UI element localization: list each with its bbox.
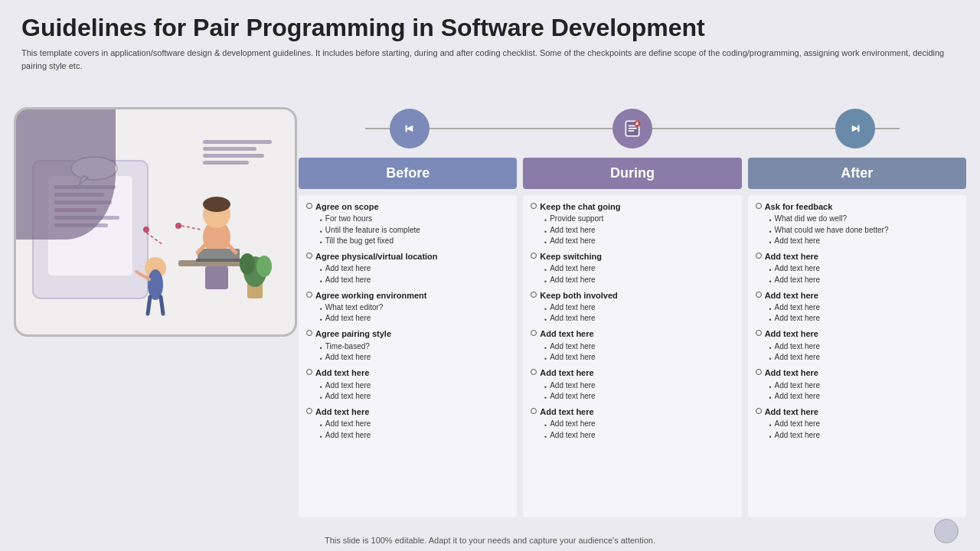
after-section-title-2: Add text here (756, 290, 959, 302)
list-item: ▪Add text here (769, 380, 959, 391)
svg-rect-42 (635, 123, 638, 125)
bullet-circle (306, 330, 312, 336)
after-section-2: Add text here ▪Add text here ▪Add text h… (756, 290, 959, 324)
bullet-circle (531, 369, 537, 375)
column-after: After Ask for feedback ▪What did we do w… (748, 158, 966, 517)
bullet-circle (531, 203, 537, 209)
column-before: Before Agree on scope ▪For two hours ▪Un… (299, 158, 517, 517)
list-item: ▪Add text here (769, 352, 959, 363)
svg-point-28 (143, 227, 149, 233)
svg-point-12 (203, 197, 230, 212)
svg-rect-34 (406, 125, 407, 132)
col-content-after: Ask for feedback ▪What did we do well? ▪… (748, 195, 966, 517)
before-section-0: Agree on scope ▪For two hours ▪Until the… (306, 201, 509, 246)
list-item: ▪Add text here (769, 341, 959, 352)
after-section-3: Add text here ▪Add text here ▪Add text h… (756, 328, 959, 363)
bullet-circle (306, 292, 312, 298)
list-item: ▪Add text here (544, 275, 733, 285)
svg-rect-15 (196, 259, 242, 262)
list-item: ▪Add text here (320, 430, 509, 441)
icon-during-wrap (612, 109, 652, 148)
during-icon-svg (622, 119, 642, 139)
bullet-circle (756, 369, 762, 375)
list-item: ▪Add text here (769, 302, 959, 313)
before-section-1: Agree physical/virtual location ▪Add tex… (306, 251, 509, 285)
page-title: Guidelines for Pair Programming in Softw… (21, 14, 959, 42)
during-section-2: Keep both involved ▪Add text here ▪Add t… (531, 290, 733, 324)
list-item: ▪Add text here (320, 275, 509, 285)
after-section-4: Add text here ▪Add text here ▪Add text h… (756, 367, 959, 402)
list-item: ▪Until the feature is complete (320, 225, 509, 236)
list-item: ▪Add text here (544, 419, 733, 429)
during-section-5: Add text here ▪Add text here ▪Add text h… (531, 406, 733, 441)
before-section-title-1: Agree physical/virtual location (306, 251, 509, 262)
during-section-3: Add text here ▪Add text here ▪Add text h… (531, 328, 733, 363)
list-item: ▪Add text here (769, 263, 959, 274)
bullet-circle (531, 330, 537, 336)
during-section-title-5: Add text here (531, 406, 733, 418)
col-content-before: Agree on scope ▪For two hours ▪Until the… (299, 195, 517, 517)
svg-point-26 (240, 253, 255, 275)
after-section-title-3: Add text here (756, 328, 959, 340)
slide: Guidelines for Pair Programming in Softw… (0, 0, 980, 551)
icon-after (835, 109, 875, 148)
after-section-title-1: Add text here (756, 251, 959, 262)
svg-rect-38 (629, 127, 637, 129)
before-icon-svg (400, 119, 420, 139)
bullet-circle (756, 408, 762, 414)
before-section-title-5: Add text here (306, 406, 509, 418)
list-item: ▪Add text here (769, 391, 959, 402)
before-section-5: Add text here ▪Add text here ▪Add text h… (306, 406, 509, 441)
before-subitems-0: ▪For two hours ▪Until the feature is com… (306, 214, 509, 246)
during-section-1: Keep switching ▪Add text here ▪Add text … (531, 251, 733, 285)
svg-line-22 (161, 297, 163, 314)
list-item: ▪What text editor? (320, 302, 509, 313)
list-item: ▪Add text here (769, 313, 959, 324)
bullet-circle (756, 253, 762, 259)
list-item: ▪For two hours (320, 214, 509, 224)
during-section-0: Keep the chat going ▪Provide support ▪Ad… (531, 201, 733, 246)
svg-point-27 (256, 256, 272, 277)
illustration-panel (14, 107, 297, 337)
bullet-circle (531, 408, 537, 414)
list-item: ▪Add text here (769, 275, 959, 285)
bullet-circle (756, 292, 762, 298)
after-section-title-5: Add text here (756, 406, 959, 418)
list-item: ▪Till the bug get fixed (320, 236, 509, 246)
list-item: ▪Add text here (544, 352, 733, 363)
bullet-circle (531, 253, 537, 259)
after-section-5: Add text here ▪Add text here ▪Add text h… (756, 406, 959, 441)
col-content-during: Keep the chat going ▪Provide support ▪Ad… (523, 195, 741, 517)
icon-during (612, 109, 652, 148)
bullet-circle (306, 253, 312, 259)
during-section-title-2: Keep both involved (531, 290, 733, 302)
svg-rect-45 (858, 125, 859, 132)
before-section-3: Agree pairing style ▪Time-based? ▪Add te… (306, 328, 509, 363)
list-item: ▪Add text here (320, 263, 509, 274)
during-section-title-1: Keep switching (531, 251, 733, 262)
svg-line-21 (148, 297, 150, 314)
before-section-4: Add text here ▪Add text here ▪Add text h… (306, 367, 509, 402)
icon-before (390, 109, 430, 148)
bottom-badge (934, 519, 959, 543)
before-section-title-3: Agree pairing style (306, 328, 509, 340)
list-item: ▪Time-based? (320, 341, 509, 352)
bullet-circle (756, 330, 762, 336)
col-header-during: During (523, 158, 741, 189)
list-item: ▪Add text here (544, 313, 733, 324)
content-area: Before Agree on scope ▪For two hours ▪Un… (299, 103, 966, 520)
during-section-4: Add text here ▪Add text here ▪Add text h… (531, 367, 733, 402)
after-section-title-0: Ask for feedback (756, 201, 959, 213)
footer-text: This slide is 100% editable. Adapt it to… (0, 536, 980, 545)
col-header-before: Before (299, 158, 517, 189)
list-item: ▪Add text here (769, 430, 959, 441)
subtitle: This template covers in application/soft… (21, 47, 956, 72)
before-section-title-4: Add text here (306, 367, 509, 379)
before-section-title-0: Agree on scope (306, 201, 509, 213)
before-section-title-2: Agree working environment (306, 290, 509, 302)
svg-rect-16 (205, 266, 228, 289)
after-section-title-4: Add text here (756, 367, 959, 379)
after-section-0: Ask for feedback ▪What did we do well? ▪… (756, 201, 959, 246)
icon-before-wrap (390, 109, 430, 148)
svg-rect-39 (629, 130, 635, 132)
